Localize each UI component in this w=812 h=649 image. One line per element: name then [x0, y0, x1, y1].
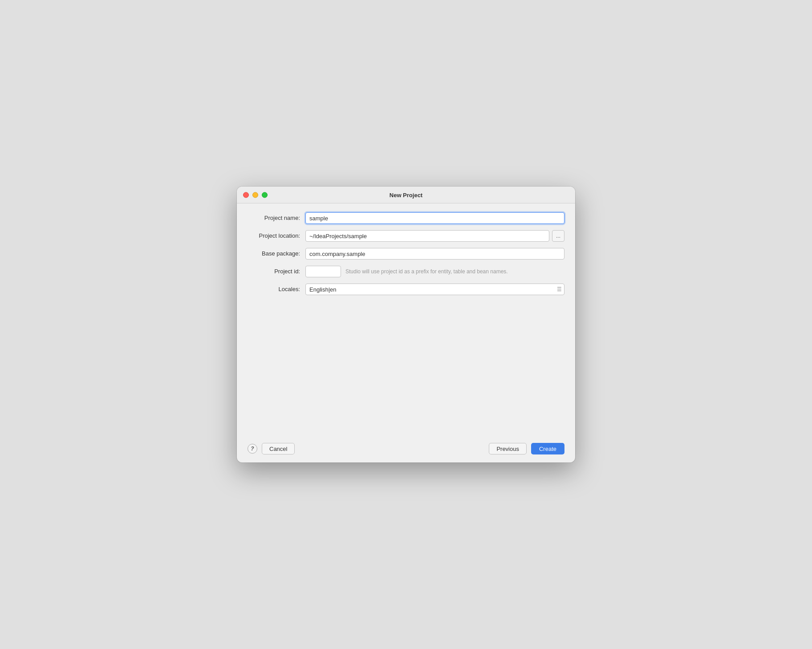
- footer-left: ? Cancel: [248, 443, 295, 454]
- help-button[interactable]: ?: [248, 444, 257, 454]
- project-name-row: Project name:: [248, 212, 564, 224]
- cancel-button[interactable]: Cancel: [262, 443, 295, 454]
- minimize-button[interactable]: [252, 192, 258, 198]
- title-bar: New Project: [237, 187, 575, 203]
- project-id-input[interactable]: [305, 266, 341, 277]
- project-name-input[interactable]: [305, 212, 564, 224]
- project-id-hint: Studio will use project id as a prefix f…: [345, 268, 508, 275]
- window-controls: [243, 192, 268, 198]
- base-package-input[interactable]: [305, 248, 564, 260]
- maximize-button[interactable]: [262, 192, 268, 198]
- project-name-label: Project name:: [248, 213, 305, 223]
- project-id-row: Project id: Studio will use project id a…: [248, 266, 564, 277]
- dialog-title: New Project: [390, 192, 422, 199]
- project-id-label: Project id:: [248, 266, 305, 277]
- footer-right: Previous Create: [489, 443, 564, 454]
- create-button[interactable]: Create: [531, 443, 564, 454]
- dialog-body: Project name: Project location: ... Base…: [237, 203, 575, 437]
- project-location-field-wrap: ...: [305, 230, 564, 242]
- locales-row: Locales: ☰: [248, 284, 564, 295]
- project-location-input[interactable]: [305, 230, 549, 242]
- locales-label: Locales:: [248, 284, 305, 295]
- locales-input[interactable]: [305, 284, 564, 295]
- close-button[interactable]: [243, 192, 249, 198]
- base-package-field-wrap: [305, 248, 564, 260]
- project-id-field-wrap: Studio will use project id as a prefix f…: [305, 266, 564, 277]
- previous-button[interactable]: Previous: [489, 443, 527, 454]
- dialog-footer: ? Cancel Previous Create: [237, 437, 575, 462]
- new-project-dialog: New Project Project name: Project locati…: [237, 187, 575, 462]
- base-package-label: Base package:: [248, 248, 305, 259]
- form-area: Project name: Project location: ... Base…: [248, 212, 564, 428]
- base-package-row: Base package:: [248, 248, 564, 260]
- project-location-row: Project location: ...: [248, 230, 564, 242]
- locales-field-wrap: ☰: [305, 284, 564, 295]
- browse-button[interactable]: ...: [552, 230, 564, 242]
- project-location-label: Project location:: [248, 231, 305, 241]
- project-name-field-wrap: [305, 212, 564, 224]
